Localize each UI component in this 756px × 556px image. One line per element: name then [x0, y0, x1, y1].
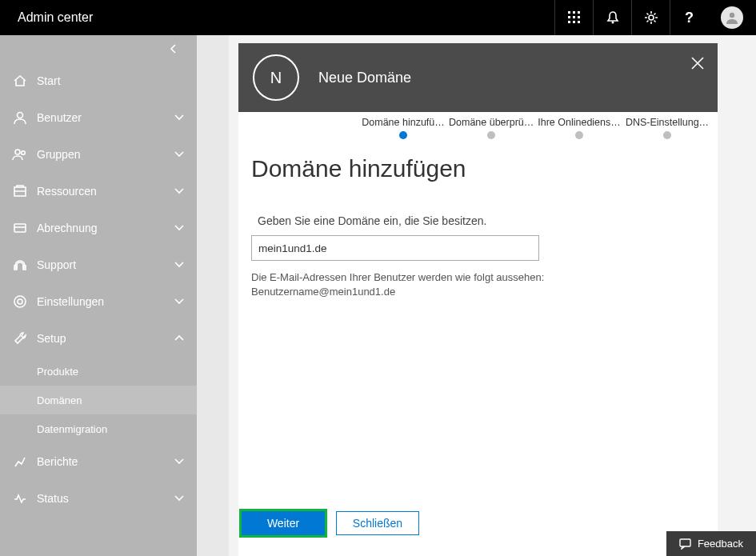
sidebar-item-benutzer[interactable]: Benutzer: [0, 99, 197, 136]
sidebar-subitem-label: Produkte: [37, 366, 78, 378]
topbar-actions: ?: [554, 0, 756, 35]
svg-point-12: [18, 113, 23, 118]
resources-icon: [11, 184, 29, 198]
sidebar-item-label: Start: [37, 74, 186, 87]
svg-rect-21: [680, 539, 690, 546]
settings-gear-icon: [11, 294, 29, 309]
email-hint-line2: Benutzername@mein1und1.de: [251, 286, 395, 298]
sidebar-item-label: Gruppen: [37, 148, 173, 161]
sidebar-item-start[interactable]: Start: [0, 62, 197, 99]
svg-point-9: [611, 22, 614, 24]
sidebar-subitem-label: Domänen: [37, 394, 82, 406]
domain-prompt: Geben Sie eine Domäne ein, die Sie besit…: [258, 214, 695, 227]
svg-rect-6: [568, 21, 570, 23]
email-hint: Die E-Mail-Adressen Ihrer Benutzer werde…: [251, 270, 695, 299]
sidebar-subitem-domaenen[interactable]: Domänen: [0, 386, 197, 414]
panel-header: N Neue Domäne: [238, 43, 718, 112]
help-icon[interactable]: ?: [670, 0, 708, 35]
step-dot-2[interactable]: [447, 131, 535, 139]
wizard-stepper-dots: [238, 128, 718, 147]
svg-rect-16: [14, 224, 26, 232]
user-icon: [11, 110, 29, 125]
chevron-down-icon: [173, 494, 186, 502]
sidebar-item-label: Abrechnung: [37, 222, 173, 234]
sidebar-item-berichte[interactable]: Berichte: [0, 443, 197, 480]
panel-letter-avatar: N: [253, 54, 299, 101]
sidebar-item-einstellungen[interactable]: Einstellungen: [0, 283, 197, 320]
svg-point-19: [18, 299, 22, 304]
chevron-down-icon: [173, 187, 186, 195]
step-dot-3[interactable]: [535, 131, 623, 139]
svg-rect-4: [573, 16, 575, 18]
step-label: Domäne hinzufü…: [362, 117, 445, 128]
sidebar-collapse-button[interactable]: [0, 35, 197, 62]
sidebar-item-label: Einstellungen: [37, 295, 173, 308]
svg-point-10: [649, 15, 654, 20]
feedback-button[interactable]: Feedback: [666, 531, 756, 556]
svg-point-11: [730, 13, 734, 18]
sidebar-item-abrechnung[interactable]: Abrechnung: [0, 210, 197, 246]
home-icon: [11, 74, 29, 88]
support-icon: [11, 258, 29, 272]
notifications-icon[interactable]: [593, 0, 631, 35]
sidebar-item-label: Status: [37, 492, 173, 505]
sidebar-item-label: Berichte: [37, 455, 173, 468]
content-area: N Neue Domäne Domäne hinzufü… Domäne übe…: [197, 35, 756, 556]
sidebar-item-label: Ressourcen: [37, 185, 173, 198]
sidebar-item-label: Benutzer: [37, 111, 173, 124]
sidebar-subitem-datenmigration[interactable]: Datenmigration: [0, 414, 197, 443]
email-hint-line1: Die E-Mail-Adressen Ihrer Benutzer werde…: [251, 271, 544, 283]
svg-rect-3: [568, 16, 570, 18]
groups-icon: [11, 147, 29, 162]
status-icon: [11, 491, 29, 506]
settings-icon[interactable]: [631, 0, 670, 35]
chevron-down-icon: [173, 298, 186, 306]
svg-point-14: [22, 151, 26, 155]
topbar: Admin center ?: [0, 0, 756, 35]
sidebar: Start Benutzer Gruppen Ressourcen: [0, 35, 197, 556]
step-dot-1[interactable]: [359, 131, 447, 139]
wizard-stepper: Domäne hinzufü… Domäne überprü… Ihre Onl…: [238, 112, 718, 128]
svg-rect-2: [578, 11, 580, 14]
chevron-down-icon: [173, 114, 186, 122]
content-background-strip: [197, 35, 229, 556]
step-label: Ihre Onlinediens…: [538, 117, 621, 128]
sidebar-item-label: Support: [37, 258, 173, 271]
sidebar-item-label: Setup: [37, 332, 173, 345]
reports-icon: [11, 454, 29, 469]
svg-rect-1: [573, 11, 575, 14]
step-dot-4[interactable]: [623, 131, 711, 139]
sidebar-item-status[interactable]: Status: [0, 480, 197, 517]
feedback-label: Feedback: [698, 538, 743, 550]
billing-icon: [11, 221, 29, 235]
panel-footer: Weiter Schließen: [238, 511, 718, 556]
feedback-icon: [679, 538, 691, 550]
sidebar-subitem-label: Datenmigration: [37, 423, 107, 435]
chevron-down-icon: [173, 458, 186, 466]
svg-rect-7: [573, 21, 575, 23]
panel-letter: N: [270, 69, 282, 87]
app-launcher-icon[interactable]: [554, 0, 593, 35]
sidebar-subitem-produkte[interactable]: Produkte: [0, 357, 197, 386]
setup-icon: [11, 331, 29, 346]
sidebar-item-setup[interactable]: Setup: [0, 320, 197, 357]
chevron-up-icon: [173, 334, 186, 342]
chevron-down-icon: [173, 261, 186, 269]
sidebar-item-support[interactable]: Support: [0, 246, 197, 283]
domain-input[interactable]: [251, 235, 539, 261]
svg-rect-8: [578, 21, 580, 23]
sidebar-item-ressourcen[interactable]: Ressourcen: [0, 173, 197, 210]
panel-body: Domäne hinzufügen Geben Sie eine Domäne …: [238, 147, 718, 511]
step-label: DNS-Einstellung…: [626, 117, 709, 128]
panel-close-button[interactable]: [690, 56, 705, 74]
chevron-down-icon: [173, 150, 186, 158]
chevron-down-icon: [173, 224, 186, 232]
panel-title: Neue Domäne: [318, 70, 411, 86]
next-button[interactable]: Weiter: [242, 511, 325, 535]
svg-rect-0: [568, 11, 570, 14]
svg-point-20: [14, 296, 26, 307]
account-avatar[interactable]: [708, 0, 756, 35]
close-button[interactable]: Schließen: [336, 511, 419, 535]
svg-point-13: [15, 150, 20, 154]
sidebar-item-gruppen[interactable]: Gruppen: [0, 136, 197, 173]
